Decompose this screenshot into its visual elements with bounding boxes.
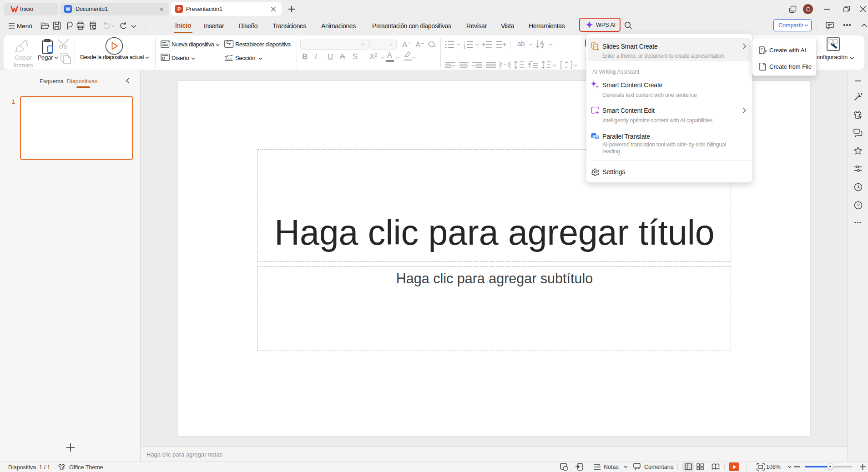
svg-text:?: ? — [857, 203, 860, 208]
svg-text:P: P — [595, 45, 597, 49]
svg-text:3: 3 — [464, 46, 465, 49]
